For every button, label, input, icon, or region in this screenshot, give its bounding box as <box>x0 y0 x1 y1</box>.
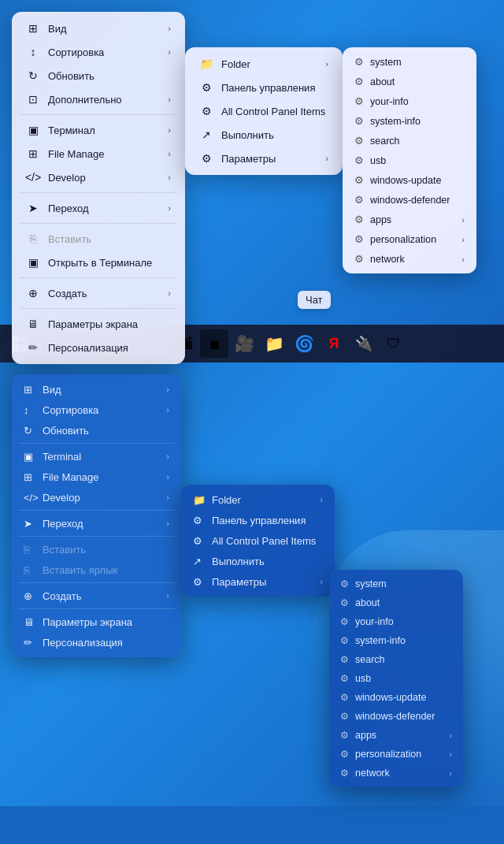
taskbar-app-defender[interactable]: 🛡 <box>380 329 408 358</box>
bot-params-windows-defender[interactable]: ⚙ windows-defender <box>332 707 461 726</box>
bot-submenu-folder[interactable]: 📁 Folder › <box>183 489 332 510</box>
params-search-top[interactable]: ⚙ search <box>345 131 474 151</box>
menu-item-personalize-top[interactable]: ✏ Персонализация <box>15 336 182 359</box>
bot-params-search[interactable]: ⚙ search <box>332 650 461 669</box>
gear-icon: ⚙ <box>354 174 364 186</box>
context-menu-sub-bot: 📁 Folder › ⚙ Панель управления ⚙ All Con… <box>181 485 335 597</box>
gear-icon: ⚙ <box>354 194 364 206</box>
refresh-icon: ↻ <box>26 69 40 83</box>
menu-item-develop-top[interactable]: </> Develop › <box>15 165 182 189</box>
screen-icon: 🖥 <box>24 616 36 628</box>
gear-icon: ⚙ <box>340 597 349 608</box>
chat-bubble[interactable]: Чат <box>298 291 331 309</box>
arrow-right-icon: › <box>320 577 323 586</box>
arrow-right-icon: › <box>168 125 171 135</box>
bot-menu-screen-params[interactable]: 🖥 Параметры экрана <box>14 612 179 632</box>
params-system-top[interactable]: ⚙ system <box>345 52 474 72</box>
bot-params-apps[interactable]: ⚙ apps › <box>332 726 461 745</box>
bot-menu-personalize[interactable]: ✏ Персонализация <box>14 632 179 653</box>
menu-item-more-top[interactable]: ⊡ Дополнительно › <box>15 87 182 111</box>
menu-item-sort-top[interactable]: ↕ Сортировка › <box>15 40 182 64</box>
taskbar-app-dark[interactable]: ◼ <box>200 329 228 358</box>
params-network-top[interactable]: ⚙ network › <box>345 249 474 269</box>
arrow-right-icon: › <box>166 385 169 394</box>
params-windows-update-top[interactable]: ⚙ windows-update <box>345 170 474 190</box>
divider <box>20 114 177 115</box>
arrow-right-icon: › <box>325 59 328 69</box>
bot-menu-perekhod[interactable]: ➤ Переход › <box>14 513 179 534</box>
bot-menu-sort[interactable]: ↕ Сортировка › <box>14 400 179 420</box>
bot-params-system[interactable]: ⚙ system <box>332 574 461 593</box>
divider <box>18 510 175 511</box>
bot-submenu-panel[interactable]: ⚙ Панель управления <box>183 510 332 530</box>
brush-icon: ✏ <box>26 340 40 355</box>
bot-params-system-info[interactable]: ⚙ system-info <box>332 631 461 650</box>
submenu-execute-top[interactable]: ↗ Выполнить <box>188 123 339 147</box>
submenu-params-top[interactable]: ⚙ Параметры › <box>188 147 339 170</box>
menu-item-screen-params-top[interactable]: 🖥 Параметры экрана <box>15 312 182 336</box>
gear-icon: ⚙ <box>354 95 364 107</box>
context-menu-main-top: ⊞ Вид › ↕ Сортировка › ↻ Обновить ⊡ Допо… <box>12 12 185 364</box>
bot-submenu-all-panel[interactable]: ⚙ All Control Panel Items <box>183 530 332 551</box>
params-windows-defender-top[interactable]: ⚙ windows-defender <box>345 190 474 210</box>
menu-item-create-top[interactable]: ⊕ Создать › <box>15 281 182 305</box>
taskbar-apps: 🏙 ◼ 🎥 📁 🌀 Я 🔌 🛡 <box>170 329 408 358</box>
bot-params-your-info[interactable]: ⚙ your-info <box>332 612 461 631</box>
bot-submenu-params[interactable]: ⚙ Параметры › <box>183 571 332 592</box>
submenu-all-panel-top[interactable]: ⚙ All Control Panel Items <box>188 99 339 123</box>
top-desktop: ⊞ Вид › ↕ Сортировка › ↻ Обновить ⊡ Допо… <box>0 0 504 363</box>
params-your-info-top[interactable]: ⚙ your-info <box>345 91 474 111</box>
divider <box>20 223 177 224</box>
bot-submenu-execute[interactable]: ↗ Выполнить <box>183 551 332 571</box>
taskbar-app-zoom[interactable]: 🎥 <box>230 329 258 358</box>
arrow-right-icon: › <box>168 95 171 104</box>
filemanage-icon: ⊞ <box>24 471 36 483</box>
bot-params-windows-update[interactable]: ⚙ windows-update <box>332 688 461 707</box>
gear-icon: ⚙ <box>340 749 349 760</box>
bot-menu-paste: ⎘ Вставить <box>14 539 179 560</box>
menu-item-filemanage-top[interactable]: ⊞ File Manage › <box>15 142 182 165</box>
arrow-right-icon: › <box>461 255 465 264</box>
taskbar-app-yandex[interactable]: Я <box>320 329 348 358</box>
bot-menu-develop[interactable]: </> Develop › <box>14 487 179 508</box>
arrow-right-icon: › <box>449 768 452 778</box>
bot-menu-vid[interactable]: ⊞ Вид › <box>14 379 179 400</box>
menu-item-terminal-top[interactable]: ▣ Терминал › <box>15 118 182 142</box>
arrow-right-icon: › <box>461 235 465 244</box>
params-personalization-top[interactable]: ⚙ personalization › <box>345 229 474 249</box>
params-usb-top[interactable]: ⚙ usb <box>345 151 474 170</box>
arrow-right-icon: › <box>168 149 171 158</box>
bot-menu-create[interactable]: ⊕ Создать › <box>14 586 179 606</box>
bot-params-network[interactable]: ⚙ network › <box>332 764 461 783</box>
gear-icon: ⚙ <box>193 576 206 588</box>
menu-item-refresh-top[interactable]: ↻ Обновить <box>15 64 182 87</box>
gear-icon: ⚙ <box>354 233 364 245</box>
divider <box>20 192 177 193</box>
menu-item-open-terminal-top[interactable]: ▣ Открыть в Терминале <box>15 251 182 274</box>
divider <box>18 582 175 583</box>
menu-item-vid-top[interactable]: ⊞ Вид › <box>15 17 182 40</box>
bot-params-about[interactable]: ⚙ about <box>332 593 461 612</box>
gear-icon: ⚙ <box>340 578 349 589</box>
submenu-folder-top[interactable]: 📁 Folder › <box>188 52 339 76</box>
params-system-info-top[interactable]: ⚙ system-info <box>345 111 474 131</box>
bot-params-personalization[interactable]: ⚙ personalization › <box>332 745 461 764</box>
divider <box>20 277 177 278</box>
arrow-right-icon: › <box>449 749 452 759</box>
filemanage-icon: ⊞ <box>26 147 40 161</box>
bot-params-usb[interactable]: ⚙ usb <box>332 669 461 688</box>
divider <box>20 308 177 309</box>
bot-menu-filemanage[interactable]: ⊞ File Manage › <box>14 467 179 487</box>
taskbar-app-usb[interactable]: 🔌 <box>350 329 378 358</box>
bot-menu-terminal[interactable]: ▣ Terminal › <box>14 446 179 467</box>
taskbar-app-files[interactable]: 📁 <box>260 329 288 358</box>
menu-item-perekhod-top[interactable]: ➤ Переход › <box>15 196 182 220</box>
develop-icon: </> <box>26 170 40 184</box>
params-apps-top[interactable]: ⚙ apps › <box>345 210 474 229</box>
gear-icon: ⚙ <box>340 616 349 627</box>
context-menu-main-bot: ⊞ Вид › ↕ Сортировка › ↻ Обновить ▣ Term… <box>12 374 181 657</box>
bot-menu-refresh[interactable]: ↻ Обновить <box>14 420 179 441</box>
taskbar-app-edge[interactable]: 🌀 <box>290 329 318 358</box>
submenu-panel-top[interactable]: ⚙ Панель управления <box>188 76 339 99</box>
params-about-top[interactable]: ⚙ about <box>345 72 474 91</box>
